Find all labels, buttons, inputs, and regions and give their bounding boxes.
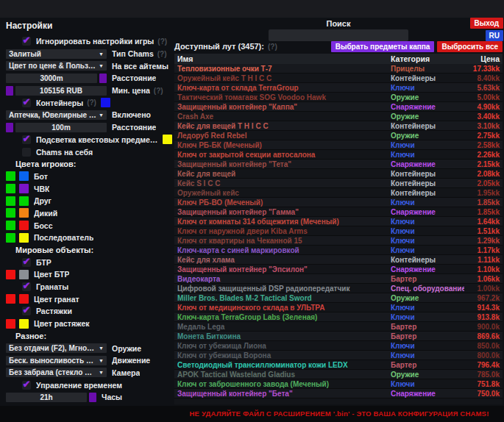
table-row[interactable]: Медаль LegaБартер900.0k [174, 322, 503, 332]
color-swatch[interactable] [6, 221, 15, 230]
checkbox[interactable]: ✔ [22, 99, 31, 107]
color-swatch[interactable] [19, 208, 29, 218]
table-row[interactable]: Цифровой защищенный DSP радиопередатчикС… [174, 284, 503, 293]
table-row[interactable]: Кейс для вещей T H I C CКонтейнеры3.10kk [174, 121, 503, 131]
color-swatch[interactable] [6, 196, 15, 206]
help-icon[interactable]: (?) [157, 37, 167, 46]
table-row[interactable]: Ключ от наружной двери Kiba ArmsКлючи1.5… [174, 226, 503, 236]
column-header-category[interactable]: Категория [391, 54, 464, 63]
config-warning-text: НЕ УДАЛЯЙТЕ ФАЙЛ С РАСШИРЕНИЕМ '.bin' - … [174, 410, 504, 418]
item-name: Видеокарта [174, 275, 391, 283]
dropdown[interactable]: Без отдачи (F2), Мгновенное п▼ [6, 343, 107, 353]
dropdown-label: Включено [112, 110, 151, 119]
color-swatch[interactable] [19, 233, 29, 243]
table-row[interactable]: Защищенный контейнер "Эпсилон"Снаряжение… [174, 265, 503, 274]
item-name: Ключ от заброшенного завода (Меченый) [174, 380, 391, 388]
color-swatch[interactable] [6, 319, 15, 329]
table-row[interactable]: Оружейный кейсКонтейнеры1.95kk [174, 188, 503, 198]
dropdown[interactable]: Аптечка, Ювелирные и...▼ [6, 110, 107, 120]
text-input[interactable]: 3000m [6, 74, 97, 83]
dropdown[interactable]: Без забрала (стекло шлема)▼ [6, 368, 107, 377]
column-header-name[interactable]: Имя [174, 54, 391, 63]
checkbox[interactable]: ✔ [22, 135, 31, 144]
table-row[interactable]: Монета БиткоинаБартер869.6k [174, 332, 503, 341]
table-row[interactable]: Кейс S I C CКонтейнеры2.05kk [174, 179, 503, 188]
loot-help-icon[interactable]: (?) [268, 43, 277, 51]
exit-button[interactable]: Выход [470, 18, 503, 29]
table-row[interactable]: Защищенный контейнер "Гамма"Снаряжение1.… [174, 207, 503, 217]
color-swatch[interactable] [6, 208, 15, 218]
table-row[interactable]: Ключ от закрытой секции автосалонаКлючи2… [174, 150, 503, 160]
table-row[interactable]: Ключ от комнаты 314 общежития (Меченый)К… [174, 217, 503, 226]
table-row[interactable]: Ключ-карта с синей маркировкойКлючи1.17k… [174, 246, 503, 255]
color-swatch[interactable] [19, 294, 29, 304]
color-swatch[interactable] [6, 294, 15, 304]
color-swatch[interactable] [6, 184, 15, 193]
table-row[interactable]: Кейс для хламаКонтейнеры1.11kk [174, 255, 503, 265]
table-row[interactable]: Crash AxeОружие3.40kk [174, 112, 503, 121]
checkbox[interactable]: ✔ [22, 381, 31, 390]
color-swatch[interactable] [19, 196, 29, 206]
table-row[interactable]: Тактический томагавк SOG Voodoo HawkОруж… [174, 93, 503, 102]
table-row[interactable]: Ледоруб Red RebelОружие2.75kk [174, 131, 503, 140]
table-row[interactable]: Miller Bros. Blades M-2 Tactical SwordОр… [174, 293, 503, 303]
color-swatch[interactable] [163, 135, 172, 144]
table-row[interactable]: Защищенный контейнер "Тета"Снаряжение2.1… [174, 160, 503, 169]
loot-header-line: Доступный лут (3457): (?) Выбрать предме… [174, 40, 503, 52]
color-swatch[interactable] [6, 123, 13, 132]
table-row[interactable]: Ключ от убежища ЛионаКлючи850.0k [174, 341, 503, 351]
checkbox[interactable] [22, 148, 31, 157]
table-row[interactable]: APOK Tactical Wasteland GladiusОружие785… [174, 370, 503, 379]
table-row[interactable]: Защищенный контейнер "Каппа"Снаряжение4.… [174, 102, 503, 112]
table-row[interactable]: Тепловизионные очки Т-7Прицелы17.33kk [174, 64, 503, 74]
table-row[interactable]: Ключ-карта от склада TerraGroupКлючи5.63… [174, 83, 503, 93]
text-input[interactable]: 21h [6, 393, 87, 402]
text-input[interactable]: 100m [15, 123, 107, 132]
help-icon[interactable]: (?) [87, 99, 96, 107]
color-swatch[interactable] [99, 74, 107, 83]
table-row[interactable]: Ключ от медицинского склада в УЛЬТРАКлюч… [174, 303, 503, 312]
color-swatch[interactable] [6, 86, 13, 96]
dropdown[interactable]: Залитый▼ [6, 49, 107, 59]
dropdown[interactable]: Беск. выносливость и нет уста▼ [6, 356, 107, 365]
color-swatch[interactable] [101, 98, 110, 107]
checkbox[interactable]: ✔ [22, 37, 31, 46]
help-icon[interactable]: (?) [154, 87, 163, 95]
table-row[interactable]: Светодиодный трансиллюминатор кожи LEDXБ… [174, 360, 503, 370]
discard-all-button[interactable]: Выбросить все [437, 41, 503, 52]
item-price: 850.0k [464, 342, 503, 350]
color-swatch[interactable] [19, 184, 29, 193]
item-name: Ключ-карта от склада TerraGroup [174, 84, 391, 92]
table-row[interactable]: Кейс для вещейКонтейнеры2.08kk [174, 169, 503, 179]
table-row[interactable]: Ключ от убежища ВоронаКлючи800.0k [174, 351, 503, 360]
color-swatch[interactable] [6, 233, 15, 243]
checkbox[interactable]: ✔ [22, 258, 31, 267]
color-swatch[interactable] [19, 319, 29, 329]
table-row[interactable]: Ключ РБ-БК (Меченый)Ключи2.58kk [174, 140, 503, 150]
table-row[interactable]: ВидеокартаБартер1.06kk [174, 274, 503, 284]
text-input[interactable]: 105156 RUB [15, 86, 107, 96]
color-swatch[interactable] [6, 270, 15, 279]
table-row[interactable]: Ключ-карта TerraGroup Labs (Зеленая)Ключ… [174, 312, 503, 322]
color-swatch[interactable] [19, 270, 29, 279]
color-swatch[interactable] [19, 221, 29, 230]
item-category: Снаряжение [391, 390, 464, 398]
help-icon[interactable]: (?) [157, 50, 167, 58]
table-row[interactable]: Ключ от квартиры на Чеканной 15Ключи1.29… [174, 236, 503, 246]
table-row[interactable]: Ключ от заброшенного завода (Меченый)Клю… [174, 379, 503, 389]
column-header-price[interactable]: Цена [464, 54, 503, 63]
language-button[interactable]: RU [486, 30, 503, 41]
dropdown[interactable]: Цвет по цене & Пользователь▼ [6, 61, 107, 71]
table-row-partial [174, 398, 503, 404]
color-swatch[interactable] [6, 171, 15, 181]
checkbox[interactable]: ✔ [22, 307, 31, 315]
table-row[interactable]: Защищенный контейнер "Бета"Снаряжение750… [174, 389, 503, 398]
search-input[interactable] [269, 29, 408, 41]
select-kappa-items-button[interactable]: Выбрать предметы каппа [331, 41, 435, 52]
checkmark-icon: ✔ [23, 258, 31, 265]
checkbox[interactable]: ✔ [22, 282, 31, 291]
table-row[interactable]: Ключ РБ-ВО (Меченый)Ключи1.85kk [174, 198, 503, 207]
color-swatch[interactable] [89, 393, 96, 402]
color-swatch[interactable] [19, 171, 29, 181]
table-row[interactable]: Оружейный кейс T H I C CКонтейнеры8.40kk [174, 74, 503, 83]
